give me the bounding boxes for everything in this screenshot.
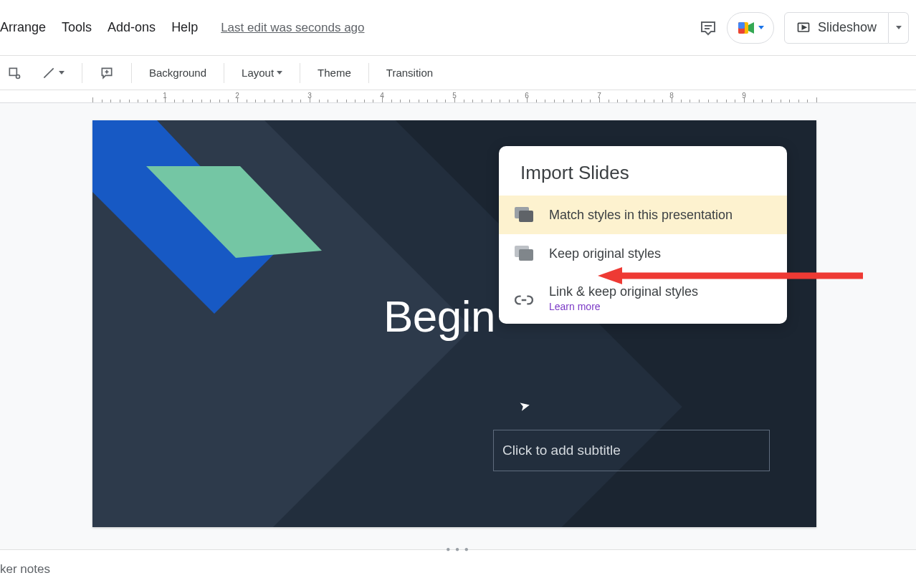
toolbar-separator <box>82 63 82 83</box>
toolbar-separator <box>368 63 369 83</box>
svg-line-10 <box>44 68 53 77</box>
speaker-notes-placeholder: ker notes <box>0 562 50 577</box>
slideshow-label: Slideshow <box>818 20 877 35</box>
menu-help[interactable]: Help <box>171 20 198 35</box>
meet-icon <box>737 20 755 36</box>
svg-marker-14 <box>146 166 322 258</box>
ruler-label: 3 <box>307 92 312 100</box>
menu-row: Arrange Tools Add-ons Help Last edit was… <box>0 0 365 55</box>
chevron-down-icon <box>277 71 282 74</box>
meet-button[interactable] <box>727 12 774 44</box>
theme-button[interactable]: Theme <box>310 62 358 83</box>
option-keep-original[interactable]: Keep original styles <box>499 234 787 273</box>
ruler-label: 5 <box>452 92 457 100</box>
toolbar-separator <box>224 63 224 83</box>
line-tool[interactable] <box>34 62 72 85</box>
menu-arrange[interactable]: Arrange <box>0 20 46 35</box>
ruler-label: 7 <box>597 92 601 100</box>
link-icon <box>515 291 533 307</box>
toolbar: Background Layout Theme Transition <box>0 56 916 90</box>
option-link-keep-label: Link & keep original styles <box>549 284 698 299</box>
background-button[interactable]: Background <box>142 62 214 83</box>
option-keep-original-label: Keep original styles <box>549 246 661 261</box>
option-match-styles[interactable]: Match styles in this presentation <box>499 196 787 234</box>
ruler-label: 9 <box>742 92 746 100</box>
option-link-keep-original[interactable]: Link & keep original styles Learn more <box>499 273 787 324</box>
ruler-label: 4 <box>380 92 384 100</box>
pane-splitter-icon[interactable]: ● ● ● <box>446 545 470 553</box>
menu-tools[interactable]: Tools <box>62 20 92 35</box>
ruler-label: 2 <box>235 92 239 100</box>
play-icon <box>796 21 811 35</box>
import-slides-popup: Import Slides Match styles in this prese… <box>499 146 787 324</box>
layout-label: Layout <box>242 67 274 79</box>
layout-button[interactable]: Layout <box>234 62 290 83</box>
svg-rect-4 <box>738 22 745 29</box>
popup-title: Import Slides <box>499 146 787 196</box>
slideshow-dropdown[interactable] <box>889 12 909 44</box>
ruler-label: 1 <box>163 92 167 100</box>
chevron-down-icon <box>59 71 65 74</box>
green-polygon <box>92 120 350 335</box>
header-right: Slideshow <box>700 12 909 44</box>
chevron-down-icon <box>896 26 902 29</box>
last-edit-label[interactable]: Last edit was seconds ago <box>221 21 364 35</box>
ruler-label: 8 <box>669 92 674 100</box>
add-comment-icon <box>100 66 114 80</box>
transition-button[interactable]: Transition <box>379 62 440 83</box>
slides-stack-icon <box>515 246 533 261</box>
svg-point-9 <box>16 74 20 78</box>
horizontal-ruler: 123456789 <box>0 90 916 103</box>
menu-addons[interactable]: Add-ons <box>108 20 156 35</box>
cursor-shape-icon <box>7 66 22 80</box>
ruler-label: 6 <box>525 92 529 100</box>
learn-more-link[interactable]: Learn more <box>549 301 698 312</box>
subtitle-placeholder[interactable]: Click to add subtitle <box>493 430 770 471</box>
comments-icon[interactable] <box>700 19 717 37</box>
svg-marker-5 <box>748 22 754 34</box>
svg-rect-8 <box>9 68 16 75</box>
toolbar-separator <box>131 63 132 83</box>
header-bar: Arrange Tools Add-ons Help Last edit was… <box>0 0 916 56</box>
slideshow-button[interactable]: Slideshow <box>784 12 889 44</box>
svg-marker-7 <box>802 25 806 29</box>
chevron-down-icon <box>758 26 764 29</box>
speaker-notes-bar[interactable]: ● ● ● ker notes <box>0 549 916 588</box>
slideshow-group: Slideshow <box>784 12 909 44</box>
select-tool[interactable] <box>0 62 29 85</box>
toolbar-separator <box>300 63 300 83</box>
slide-canvas[interactable]: Begin Click to add subtitle ➤ Import Sli… <box>92 120 816 527</box>
canvas-area: 123456789 Begin Click to add subtitle ➤ … <box>0 90 916 549</box>
slide-title[interactable]: Begin <box>383 291 495 342</box>
line-icon <box>42 66 56 80</box>
slides-stack-icon <box>515 207 533 223</box>
option-match-styles-label: Match styles in this presentation <box>549 208 733 223</box>
comment-tool[interactable] <box>92 62 121 85</box>
